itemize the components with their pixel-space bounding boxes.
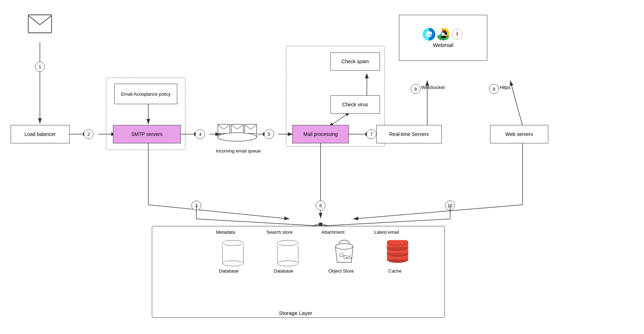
svg-line-63 [321,219,450,226]
number-2: 2 [84,129,94,139]
load-balancer-box: Load balancer [11,125,70,143]
realtime-servers-box: Real-time Servers [376,125,442,143]
latest-email-label: Latest email [374,229,399,235]
number-3: 3 [191,201,201,210]
number-6: 6 [316,201,326,210]
svg-line-17 [148,205,290,219]
check-virus-box: Check virus [330,95,380,114]
database1-icon [222,240,244,266]
number-4: 4 [195,129,205,139]
number-10: 10 [445,201,455,210]
cache-label: Cache [388,268,402,274]
object-store-icon [332,239,357,267]
svg-rect-28 [231,124,243,133]
incoming-email-queue [217,121,260,149]
websocket-label: WebSocket [421,85,445,90]
envelope-icon [28,14,52,35]
number-7: 7 [366,129,376,139]
svg-point-38 [442,33,445,36]
browser-icons [423,28,464,41]
database2-label: Database [274,268,293,274]
number-9: 9 [489,84,499,94]
edge-icon [423,28,435,41]
check-spam-box: Check spam [330,52,380,71]
number-1: 1 [35,62,45,72]
smtp-servers-box: SMTP servers [113,125,181,143]
chrome-icon [437,28,449,41]
webmail-box: Webmail [399,15,487,61]
svg-point-47 [335,244,353,249]
svg-point-30 [218,133,257,141]
svg-line-21 [353,205,523,219]
cache-icon [385,240,410,266]
svg-rect-27 [218,124,230,133]
svg-rect-26 [28,15,52,33]
database2-icon [277,240,298,266]
object-store-label: Object Store [328,268,354,274]
svg-point-59 [387,240,408,245]
incoming-queue-label: Incoming email queue [210,148,267,154]
number-8: 8 [411,84,421,94]
architecture-diagram: 1 Load balancer 2 Email Acceptance polic… [0,0,644,334]
attachment-label: Attachment [321,229,345,235]
https-label: Https [500,85,510,90]
mail-processing-box: Mail processing [292,125,349,143]
metadata-label: Metadata [216,229,235,235]
svg-line-15 [510,80,523,126]
web-servers-box: Web servers [490,125,548,143]
safari-icon [451,28,464,41]
svg-line-61 [196,219,320,226]
svg-rect-29 [245,124,257,133]
email-acceptance-box: Email Acceptance policy [114,84,177,104]
database1-label: Database [219,268,239,274]
number-5: 5 [264,129,274,139]
search-store-label: Search store [267,229,293,235]
svg-point-64 [319,222,322,226]
storage-layer-label: Storage Layer [279,310,312,316]
